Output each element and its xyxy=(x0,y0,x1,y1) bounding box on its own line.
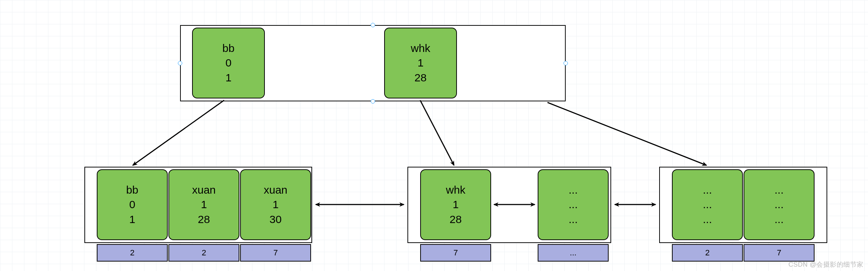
selection-handle[interactable] xyxy=(371,99,375,104)
tag: 7 xyxy=(240,244,311,262)
node-line: ... xyxy=(703,183,712,198)
tag-value: 2 xyxy=(202,248,206,258)
node-line: bb xyxy=(126,183,138,198)
node-line: 1 xyxy=(418,56,424,70)
top-node-whk[interactable]: whk 1 28 xyxy=(384,28,457,98)
node-line: 28 xyxy=(414,70,426,85)
arrow-bb-to-group1 xyxy=(133,100,224,165)
node-line: 28 xyxy=(198,212,210,227)
bottom-node-ellipsis-1[interactable]: ... ... ... xyxy=(538,169,609,240)
selection-handle[interactable] xyxy=(564,61,568,65)
watermark-text: CSDN @会摄影的细节家 xyxy=(788,261,864,268)
tag: 2 xyxy=(97,244,168,262)
node-line: ... xyxy=(569,197,578,212)
node-line: 28 xyxy=(450,212,462,227)
tag: 7 xyxy=(744,244,815,262)
node-line: 1 xyxy=(272,197,279,212)
tag-value: 7 xyxy=(453,248,458,258)
node-line: 30 xyxy=(270,212,282,227)
node-line: 1 xyxy=(226,70,232,85)
node-line: ... xyxy=(569,212,578,227)
tag: 7 xyxy=(420,244,491,262)
node-line: 0 xyxy=(129,197,135,212)
bottom-node-bb[interactable]: bb 0 1 xyxy=(97,169,168,240)
selection-handle[interactable] xyxy=(371,23,375,27)
node-line: 0 xyxy=(226,56,232,70)
tag-value: 2 xyxy=(705,248,709,258)
top-node-bb[interactable]: bb 0 1 xyxy=(192,28,265,98)
node-line: ... xyxy=(775,212,784,227)
selection-handle[interactable] xyxy=(178,61,182,65)
tag: 2 xyxy=(672,244,743,262)
arrow-right-to-group3 xyxy=(548,102,706,165)
node-line: 1 xyxy=(129,212,135,227)
bottom-node-ellipsis-2[interactable]: ... ... ... xyxy=(672,169,743,240)
watermark: CSDN @会摄影的细节家 xyxy=(788,260,864,269)
node-line: whk xyxy=(446,183,465,198)
node-line: ... xyxy=(775,197,784,212)
arrow-whk-to-group2 xyxy=(420,100,454,165)
bottom-node-whk[interactable]: whk 1 28 xyxy=(420,169,491,240)
node-line: bb xyxy=(222,41,234,56)
node-line: ... xyxy=(775,183,784,198)
node-line: whk xyxy=(411,41,430,56)
node-line: ... xyxy=(569,183,578,198)
bottom-node-xuan-2[interactable]: xuan 1 30 xyxy=(240,169,311,240)
node-line: xuan xyxy=(264,183,287,198)
node-line: ... xyxy=(703,197,712,212)
node-line: 1 xyxy=(453,197,459,212)
bottom-node-ellipsis-3[interactable]: ... ... ... xyxy=(744,169,815,240)
tag: 2 xyxy=(168,244,239,262)
tag-value: 7 xyxy=(777,248,781,258)
bottom-node-xuan-1[interactable]: xuan 1 28 xyxy=(168,169,239,240)
node-line: 1 xyxy=(201,197,207,212)
tag-value: 7 xyxy=(273,248,278,258)
node-line: ... xyxy=(703,212,712,227)
tag-value: ... xyxy=(570,248,576,258)
tag-value: 2 xyxy=(130,248,134,258)
node-line: xuan xyxy=(192,183,216,198)
tag: ... xyxy=(538,244,609,262)
